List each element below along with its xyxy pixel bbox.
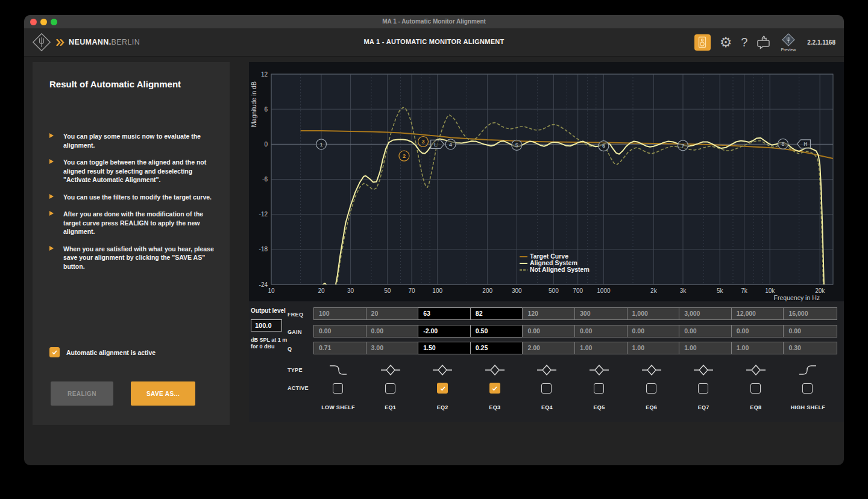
eq-band-label: EQ5	[572, 404, 626, 410]
svg-text:2k: 2k	[650, 287, 658, 294]
svg-text:50: 50	[384, 287, 391, 294]
eq-active-checkbox-low-shelf[interactable]	[333, 383, 343, 394]
version-text: 2.2.1.1168	[807, 39, 835, 46]
q-row-label: Q	[288, 346, 292, 353]
svg-text:-18: -18	[259, 246, 268, 253]
svg-text:Not Aligned System: Not Aligned System	[530, 266, 590, 273]
eq-q-field-eq6[interactable]: 1.00	[627, 342, 681, 354]
svg-text:Frequency in Hz: Frequency in Hz	[774, 294, 820, 301]
window-title: MA 1 - Automatic Monitor Alignment	[24, 18, 844, 25]
eq-active-checkbox-high-shelf[interactable]	[802, 383, 813, 394]
instruction-text: You can play some music now to evaluate …	[63, 133, 201, 149]
eq-q-field-eq7[interactable]: 1.00	[679, 342, 733, 354]
eq-gain-field-eq7[interactable]: 0.00	[679, 325, 733, 337]
eq-active-checkbox-eq3[interactable]	[489, 383, 500, 394]
alignment-active-row[interactable]: Automatic alignment is active	[49, 347, 156, 357]
bullet-arrow-icon	[49, 133, 54, 138]
eq-q-field-high-shelf[interactable]: 0.30	[783, 342, 837, 354]
instruction-text: You can toggle between the aligned and t…	[63, 158, 206, 183]
output-unit-line2: for 0 dBu	[251, 344, 275, 350]
speaker-icon	[697, 36, 708, 48]
bell-icon	[536, 363, 558, 377]
eq-band-label: EQ3	[468, 404, 522, 410]
eq-band-label: EQ6	[624, 404, 679, 410]
bullet-arrow-icon	[49, 159, 54, 164]
instructions-panel: Result of Automatic Alignment You can pl…	[33, 62, 230, 425]
help-icon[interactable]: ?	[741, 36, 747, 49]
bell-icon	[380, 363, 401, 377]
panel-title: Result of Automatic Alignment	[49, 79, 181, 89]
eq-band-label: EQ7	[676, 404, 731, 410]
eq-active-checkbox-eq6[interactable]	[646, 383, 656, 394]
svg-text:L: L	[434, 142, 437, 148]
eq-q-field-eq4[interactable]: 2.00	[522, 342, 576, 354]
eq-active-checkbox-eq2[interactable]	[437, 383, 448, 394]
freq-row-label: FREQ	[288, 312, 303, 319]
eq-freq-field-eq7[interactable]: 3,000	[679, 307, 733, 320]
svg-text:1000: 1000	[597, 287, 611, 294]
eq-q-field-eq1[interactable]: 3.00	[366, 342, 420, 354]
eq-freq-field-high-shelf[interactable]: 16,000	[783, 307, 837, 320]
preview-label: Preview	[781, 48, 796, 52]
eq-freq-field-eq5[interactable]: 300	[574, 307, 629, 320]
svg-text:500: 500	[549, 287, 559, 294]
eq-active-checkbox-eq7[interactable]	[698, 383, 708, 394]
eq-freq-field-eq6[interactable]: 1,000	[627, 307, 681, 320]
preview-badge: Preview	[781, 33, 796, 52]
svg-text:100: 100	[432, 287, 442, 294]
instruction-item: You can use the filters to modify the ta…	[49, 193, 221, 202]
monitor-button[interactable]	[694, 34, 711, 51]
bell-icon	[641, 363, 662, 377]
output-level-input[interactable]	[251, 319, 282, 331]
eq-freq-field-low-shelf[interactable]: 100	[313, 307, 368, 320]
output-unit-line1: dB SPL at 1 m	[251, 337, 287, 343]
alignment-active-checkbox[interactable]	[49, 347, 60, 357]
eq-q-field-eq5[interactable]: 1.00	[574, 342, 629, 354]
eq-active-checkbox-eq8[interactable]	[750, 383, 761, 394]
save-as-button[interactable]: SAVE AS...	[131, 381, 195, 406]
eq-gain-field-eq6[interactable]: 0.00	[627, 325, 681, 337]
frequency-response-chart[interactable]: 1260-6-12-18-241020305070100200300500700…	[249, 62, 844, 301]
svg-text:7: 7	[681, 143, 684, 149]
eq-band-label: EQ8	[729, 404, 783, 410]
eq-freq-field-eq8[interactable]: 12,000	[731, 307, 785, 320]
eq-freq-field-eq4[interactable]: 120	[522, 307, 576, 320]
eq-gain-field-eq2[interactable]: -2.00	[418, 325, 472, 337]
svg-text:5: 5	[515, 142, 518, 148]
eq-gain-field-eq8[interactable]: 0.00	[731, 325, 785, 337]
checkmark-icon	[439, 385, 446, 392]
svg-text:12: 12	[261, 71, 268, 78]
eq-gain-field-eq4[interactable]: 0.00	[522, 325, 576, 337]
eq-q-field-eq8[interactable]: 1.00	[731, 342, 785, 354]
eq-gain-field-eq3[interactable]: 0.50	[470, 325, 524, 337]
eq-gain-field-eq1[interactable]: 0.00	[366, 325, 420, 337]
feedback-icon[interactable]	[756, 35, 772, 49]
bullet-arrow-icon	[49, 194, 54, 199]
bell-icon	[693, 363, 714, 377]
settings-gear-icon[interactable]: ⚙	[720, 36, 732, 49]
eq-freq-field-eq1[interactable]: 20	[366, 307, 420, 320]
svg-text:2: 2	[403, 153, 406, 159]
eq-q-field-eq3[interactable]: 0.25	[470, 342, 524, 354]
eq-active-checkbox-eq5[interactable]	[594, 383, 604, 394]
window-titlebar: MA 1 - Automatic Monitor Alignment	[24, 15, 844, 29]
svg-text:3k: 3k	[680, 287, 687, 294]
instruction-list: You can play some music now to evaluate …	[49, 132, 221, 279]
eq-q-field-eq2[interactable]: 1.50	[418, 342, 472, 354]
eq-freq-field-eq3[interactable]: 82	[470, 307, 524, 320]
eq-band-label: LOW SHELF	[311, 404, 365, 410]
eq-gain-field-high-shelf[interactable]: 0.00	[783, 325, 837, 337]
svg-text:8: 8	[781, 141, 784, 147]
svg-text:70: 70	[408, 287, 415, 294]
eq-active-checkbox-eq1[interactable]	[385, 383, 395, 394]
eq-freq-field-eq2[interactable]: 63	[418, 307, 472, 320]
svg-text:5k: 5k	[717, 287, 724, 294]
bullet-arrow-icon	[49, 211, 54, 216]
eq-q-field-low-shelf[interactable]: 0.71	[313, 342, 368, 354]
eq-gain-field-low-shelf[interactable]: 0.00	[313, 325, 368, 337]
instruction-text: When you are satisfied with what you hea…	[63, 245, 214, 270]
eq-gain-field-eq5[interactable]: 0.00	[574, 325, 629, 337]
low-shelf-icon	[327, 363, 349, 377]
realign-button[interactable]: REALIGN	[51, 381, 113, 406]
eq-active-checkbox-eq4[interactable]	[541, 383, 552, 394]
